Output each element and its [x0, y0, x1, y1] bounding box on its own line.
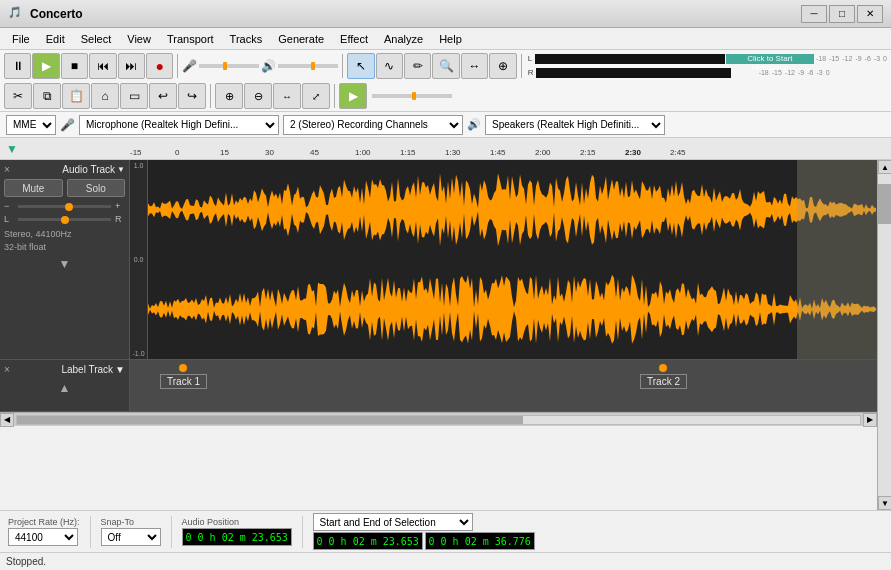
cut-button[interactable]: ✂: [4, 83, 32, 109]
scale-bot: -1.0: [132, 350, 144, 357]
mute-button[interactable]: Mute: [4, 179, 63, 197]
output-volume-slider[interactable]: [278, 64, 338, 68]
minimize-button[interactable]: ─: [801, 5, 827, 23]
toolbar-row-1: ⏸ ▶ ■ ⏮ ⏭ ● 🎤 🔊 ↖ ∿ ✏ 🔍: [0, 50, 891, 81]
project-rate-select[interactable]: 44100: [8, 528, 78, 546]
menu-select[interactable]: Select: [73, 31, 120, 47]
undo-button[interactable]: ↩: [149, 83, 177, 109]
project-rate-label: Project Rate (Hz):: [8, 517, 80, 527]
scroll-up-button[interactable]: ▲: [878, 160, 891, 174]
sel-start-input[interactable]: [313, 532, 423, 550]
vscroll-thumb[interactable]: [878, 184, 891, 224]
sel-end-input[interactable]: [425, 532, 535, 550]
zoom-sel-button[interactable]: ⤢: [302, 83, 330, 109]
speaker-icon-device: 🔊: [467, 118, 481, 131]
label-track-name-button[interactable]: Label Track ▼: [61, 364, 125, 375]
paste-button[interactable]: 📋: [62, 83, 90, 109]
speaker-select[interactable]: Speakers (Realtek High Definiti...: [485, 115, 665, 135]
maximize-button[interactable]: □: [829, 5, 855, 23]
track-expand-button[interactable]: ▼: [59, 257, 71, 271]
menu-view[interactable]: View: [119, 31, 159, 47]
audio-track-controls: × Audio Track ▼ Mute Solo −: [0, 160, 130, 359]
driver-select[interactable]: MME: [6, 115, 56, 135]
stop-button[interactable]: ■: [61, 53, 88, 79]
redo-button[interactable]: ↪: [178, 83, 206, 109]
snap-to-select[interactable]: Off: [101, 528, 161, 546]
menu-help[interactable]: Help: [431, 31, 470, 47]
timeshift-tool-button[interactable]: ↔: [461, 53, 488, 79]
ruler-mark: 1:45: [490, 148, 535, 157]
scroll-left-button[interactable]: ◀: [0, 413, 14, 427]
close-button[interactable]: ✕: [857, 5, 883, 23]
microphone-select[interactable]: Microphone (Realtek High Defini...: [79, 115, 279, 135]
label-expand-button[interactable]: ▲: [59, 381, 71, 395]
menu-tracks[interactable]: Tracks: [222, 31, 271, 47]
scroll-down-button[interactable]: ▼: [878, 496, 891, 510]
label-marker-track2: Track 2: [640, 364, 687, 389]
toolbar-row-2: ✂ ⧉ 📋 ⌂ ▭ ↩ ↪ ⊕ ⊖ ↔ ⤢ ▶: [0, 81, 891, 111]
pause-button[interactable]: ⏸: [4, 53, 31, 79]
vu-left-label: L: [528, 54, 536, 63]
vu-scale-right: -18-15-12-9-6-30: [816, 55, 887, 62]
selection-mode-select[interactable]: Start and End of Selection: [313, 513, 473, 531]
input-volume-slider[interactable]: [199, 64, 259, 68]
playback-speed-slider[interactable]: [372, 94, 452, 98]
menu-file[interactable]: File: [4, 31, 38, 47]
track-name-button[interactable]: Audio Track ▼: [62, 164, 125, 175]
zoom-in-button[interactable]: ⊕: [215, 83, 243, 109]
scroll-thumb[interactable]: [17, 416, 523, 424]
menu-generate[interactable]: Generate: [270, 31, 332, 47]
ruler-mark: 1:00: [355, 148, 400, 157]
label-track-close[interactable]: ×: [4, 364, 10, 375]
ruler-mark: 0: [175, 148, 220, 157]
menu-edit[interactable]: Edit: [38, 31, 73, 47]
audio-pos-input[interactable]: [182, 528, 292, 546]
pan-slider[interactable]: [18, 218, 111, 221]
start-monitoring-button[interactable]: Click to Start Monitoring: [726, 54, 814, 64]
spectral-button[interactable]: ⊕: [489, 53, 516, 79]
copy-button[interactable]: ⧉: [33, 83, 61, 109]
solo-button[interactable]: Solo: [67, 179, 126, 197]
skip-back-button[interactable]: ⏮: [89, 53, 116, 79]
zoom-tool-button[interactable]: 🔍: [432, 53, 459, 79]
gain-slider-row: − +: [4, 201, 125, 211]
selection-group: Start and End of Selection: [313, 513, 535, 550]
waveform-canvas-1[interactable]: [130, 160, 877, 359]
label-text-track1[interactable]: Track 1: [160, 374, 207, 389]
toolbar-area: ⏸ ▶ ■ ⏮ ⏭ ● 🎤 🔊 ↖ ∿ ✏ 🔍: [0, 50, 891, 112]
separator-3: [521, 54, 522, 78]
gain-slider[interactable]: [18, 205, 111, 208]
label-text-track2[interactable]: Track 2: [640, 374, 687, 389]
timeline-ruler: ▼ -15 0 15 30 45 1:00 1:15 1:30 1:45 2:0…: [0, 138, 891, 160]
vertical-scrollbar[interactable]: ▲ ▼: [877, 160, 891, 510]
track-close-button[interactable]: ×: [4, 164, 10, 175]
pan-slider-row: L R: [4, 214, 125, 224]
play-button[interactable]: ▶: [32, 53, 59, 79]
label-track-content[interactable]: Track 1 Track 2: [130, 360, 877, 411]
track-name-label: Audio Track: [62, 164, 115, 175]
bottom-sep-1: [90, 516, 91, 548]
separator-1: [177, 54, 178, 78]
scale-mid: 0.0: [134, 256, 144, 263]
menu-transport[interactable]: Transport: [159, 31, 222, 47]
bottom-toolbar: Project Rate (Hz): 44100 Snap-To Off Aud…: [0, 510, 891, 552]
scroll-track[interactable]: [16, 415, 861, 425]
zoom-out-button[interactable]: ⊖: [244, 83, 272, 109]
waveform-area[interactable]: 1.0 0.0 -1.0: [130, 160, 877, 359]
select-tool-button[interactable]: ↖: [347, 53, 374, 79]
pan-left-icon: L: [4, 214, 14, 224]
trim-button[interactable]: ⌂: [91, 83, 119, 109]
silence-button[interactable]: ▭: [120, 83, 148, 109]
menu-effect[interactable]: Effect: [332, 31, 376, 47]
vscroll-track[interactable]: [878, 174, 891, 496]
play-btn2[interactable]: ▶: [339, 83, 367, 109]
record-button[interactable]: ●: [146, 53, 173, 79]
scroll-right-button[interactable]: ▶: [863, 413, 877, 427]
draw-tool-button[interactable]: ✏: [404, 53, 431, 79]
skip-fwd-button[interactable]: ⏭: [118, 53, 145, 79]
fit-button[interactable]: ↔: [273, 83, 301, 109]
horizontal-scrollbar[interactable]: ◀ ▶: [0, 412, 877, 426]
envelope-tool-button[interactable]: ∿: [376, 53, 403, 79]
menu-analyze[interactable]: Analyze: [376, 31, 431, 47]
channels-select[interactable]: 2 (Stereo) Recording Channels: [283, 115, 463, 135]
